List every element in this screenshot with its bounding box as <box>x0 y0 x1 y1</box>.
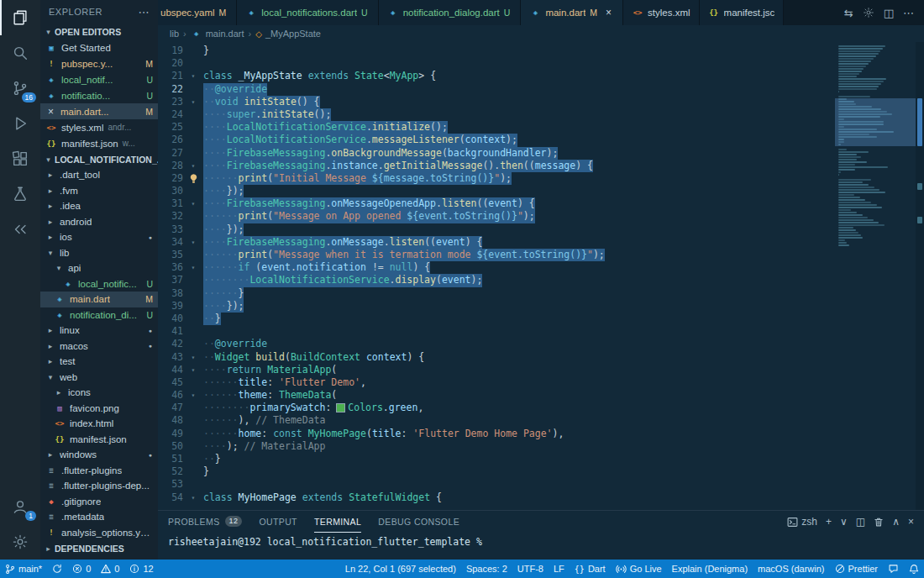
fold-chevron-icon[interactable]: ▾ <box>183 261 203 274</box>
tree-item-flutter-plugins[interactable]: ≡.flutter-plugins <box>40 463 158 479</box>
status-item-encoding[interactable]: UTF-8 <box>512 560 549 578</box>
status-item-feedback[interactable] <box>883 560 904 578</box>
close-panel-icon[interactable]: × <box>908 516 914 528</box>
dependencies-header[interactable]: ▸ DEPENDENCIES <box>40 540 158 556</box>
panel-tab-terminal[interactable]: TERMINAL <box>314 511 361 533</box>
status-item-language-mode[interactable]: {}Dart <box>570 560 611 578</box>
settings-gear-icon[interactable] <box>863 7 874 18</box>
open-editor-item-main-dart[interactable]: ×main.dart...M <box>40 103 158 119</box>
panel-tab-debug-console[interactable]: DEBUG CONSOLE <box>378 511 459 533</box>
breadcrumb-item-lib[interactable]: lib <box>170 29 179 39</box>
manage-icon[interactable] <box>0 524 40 560</box>
new-terminal-icon[interactable]: + <box>826 516 832 528</box>
split-terminal-icon[interactable]: ◫ <box>856 516 865 528</box>
fold-chevron-icon[interactable]: ▾ <box>183 236 203 249</box>
more-actions-icon[interactable]: ⋯ <box>139 6 150 18</box>
split-editor-icon[interactable]: ◫ <box>884 7 894 19</box>
open-changes-icon[interactable]: ⇆ <box>844 7 853 19</box>
tree-item-notification-di[interactable]: ◈notification_di...U <box>40 307 158 323</box>
fold-chevron-icon[interactable]: ▾ <box>183 96 203 108</box>
status-item-prettier[interactable]: Prettier <box>830 560 883 578</box>
testing-icon[interactable] <box>0 176 40 212</box>
tree-item-local-notific[interactable]: ◈local_notific...U <box>40 276 158 292</box>
tree-item-linux[interactable]: ▸linux● <box>40 323 158 339</box>
tree-item-android[interactable]: ▸android <box>40 214 158 230</box>
run-and-debug-icon[interactable] <box>0 106 40 141</box>
fold-chevron-icon[interactable]: ▾ <box>183 70 203 82</box>
open-editors-header[interactable]: ▾ OPEN EDITORS <box>40 24 158 39</box>
tree-item-fvm[interactable]: ▸.fvm <box>40 183 158 199</box>
extensions-icon[interactable] <box>0 141 40 176</box>
panel-tab-output[interactable]: OUTPUT <box>259 511 297 533</box>
open-editor-item-get-started[interactable]: ▣Get Started <box>40 39 158 55</box>
tree-item-icons[interactable]: ▸icons <box>40 385 158 401</box>
tab-ubspec-yaml[interactable]: !ubspec.yamlM <box>158 0 237 25</box>
tree-item-windows[interactable]: ▸windows● <box>40 447 158 463</box>
tree-item-metadata[interactable]: ≡.metadata <box>40 509 158 525</box>
terminal-content[interactable]: risheetajain@192 local_notification_flut… <box>158 533 924 560</box>
maximize-panel-icon[interactable]: ∧ <box>892 516 900 528</box>
terminal-dropdown-icon[interactable]: ∨ <box>840 516 848 528</box>
close-icon[interactable]: × <box>603 7 614 18</box>
tree-item-dart-tool[interactable]: ▸.dart_tool <box>40 167 158 183</box>
breadcrumb-item-main-dart[interactable]: ◈main.dart <box>191 29 244 39</box>
panel-tab-problems[interactable]: PROBLEMS12 <box>168 511 242 533</box>
more-actions-icon[interactable]: ⋯ <box>903 7 914 19</box>
tab-main-dart[interactable]: ◈main.dartM× <box>521 0 623 25</box>
tree-item-manifest-json[interactable]: {}manifest.json <box>40 432 158 448</box>
fold-chevron-icon[interactable]: ▾ <box>183 389 203 402</box>
lightbulb-icon[interactable] <box>183 172 203 185</box>
tree-item-main-dart[interactable]: ◈main.dartM <box>40 292 158 307</box>
tab-styles-xml[interactable]: <>styles.xml <box>623 0 699 25</box>
status-item-go-live[interactable]: Go Live <box>611 560 667 578</box>
tab-notification-dialog-dart[interactable]: ◈notification_dialog.dartU <box>379 0 522 25</box>
tree-item-idea[interactable]: ▸.idea <box>40 198 158 214</box>
fold-chevron-icon[interactable]: ▾ <box>183 197 203 210</box>
tree-item-favicon-png[interactable]: ▨favicon.png <box>40 401 158 417</box>
status-item-indentation[interactable]: Spaces: 2 <box>461 560 512 578</box>
status-item-eol[interactable]: LF <box>549 560 570 578</box>
fold-chevron-icon[interactable]: ▾ <box>183 351 203 364</box>
tree-item-ios[interactable]: ▸ios● <box>40 229 158 245</box>
breadcrumb-item-myappstate[interactable]: ◇_MyAppState <box>255 29 321 39</box>
kill-terminal-icon[interactable] <box>874 517 884 528</box>
tree-item-macos[interactable]: ▸macos● <box>40 339 158 355</box>
tab-manifest-jsc[interactable]: {}manifest.jsc <box>700 0 785 25</box>
fold-chevron-icon[interactable]: ▾ <box>183 160 203 172</box>
status-item-errors[interactable]: 0 <box>67 560 96 578</box>
tree-item-api[interactable]: ▾api <box>40 260 158 276</box>
tree-item-flutter-plugins-dep[interactable]: ≡.flutter-plugins-dep... <box>40 478 158 494</box>
status-item-git-branch[interactable]: main* <box>0 560 47 578</box>
references-icon[interactable] <box>0 212 40 247</box>
fold-chevron-icon[interactable]: ▾ <box>183 364 203 376</box>
status-item-warnings[interactable]: 0 <box>96 560 124 578</box>
source-control-icon[interactable]: 16 <box>0 71 40 106</box>
tab-local-notifications-dart[interactable]: ◈local_notifications.dartU <box>237 0 378 25</box>
tree-item-analysis-options-yaml[interactable]: !analysis_options.yaml <box>40 525 158 541</box>
open-editor-item-local-notif[interactable]: ◈local_notif...U <box>40 71 158 87</box>
minimap[interactable] <box>835 42 916 510</box>
project-header[interactable]: ▾ LOCAL_NOTIFICATION_... <box>40 151 158 167</box>
status-item-os-indicator[interactable]: macOS (darwin) <box>753 560 829 578</box>
status-item-notifications-bell[interactable] <box>904 560 924 578</box>
status-item-cursor-position[interactable]: Ln 22, Col 1 (697 selected) <box>340 560 461 578</box>
open-editor-item-notificatio[interactable]: ◈notificatio...U <box>40 87 158 103</box>
tree-item-web[interactable]: ▾web <box>40 370 158 386</box>
tree-item-index-html[interactable]: <>index.html <box>40 416 158 432</box>
open-editor-item-manifest-json[interactable]: {}manifest.jsonw... <box>40 135 158 151</box>
search-icon[interactable] <box>0 35 40 71</box>
explorer-icon[interactable] <box>0 0 40 35</box>
terminal-shell-picker[interactable]: zsh <box>787 516 817 528</box>
status-item-explain-denigma[interactable]: Explain (Denigma) <box>667 560 753 578</box>
tree-item-lib[interactable]: ▾lib <box>40 245 158 261</box>
status-item-problems-info[interactable]: 12 <box>124 560 158 578</box>
status-item-sync[interactable] <box>47 560 67 578</box>
open-editor-item-pubspec-y[interactable]: !pubspec.y...M <box>40 55 158 71</box>
fold-chevron-icon[interactable]: ▾ <box>183 491 203 504</box>
open-editor-item-styles-xml[interactable]: <>styles.xmlandr... <box>40 119 158 135</box>
tree-item-gitignore[interactable]: ◆.gitignore <box>40 494 158 510</box>
accounts-icon[interactable]: 1 <box>0 489 40 524</box>
code-editor[interactable]: 19}2021▾class _MyAppState extends State<… <box>158 42 835 510</box>
tree-item-test[interactable]: ▸test <box>40 354 158 370</box>
close-icon[interactable]: × <box>45 106 56 118</box>
